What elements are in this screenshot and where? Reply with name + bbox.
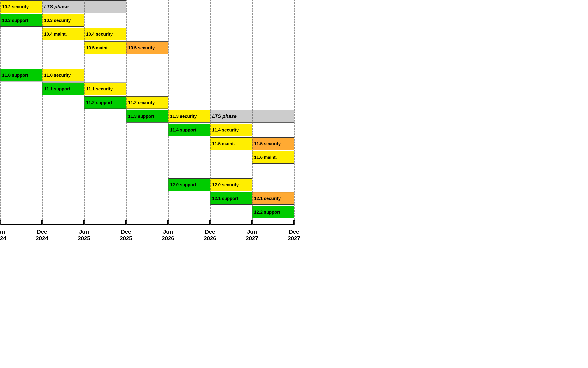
axis-year: 2027	[288, 235, 300, 242]
bar-label: 12.1 security	[254, 196, 281, 201]
bar-11-1-security: 11.1 security	[84, 83, 126, 95]
axis-labels: Jun2024Dec2024Jun2025Dec2025Jun2026Dec20…	[0, 225, 294, 246]
axis-month: Dec	[204, 229, 216, 235]
bar-label: 11.0 security	[44, 73, 71, 78]
bar-label: 11.1 support	[44, 86, 70, 92]
dashed-line	[294, 0, 294, 225]
bar-10-3-support: 10.3 support	[0, 14, 42, 27]
bar-label: 11.0 support	[2, 73, 28, 78]
bar-12-1-security: 12.1 security	[252, 192, 294, 205]
bar-11-0-security: 11.0 security	[42, 69, 84, 82]
axis-month: Jun	[246, 229, 258, 235]
bar-10-4-maint-: 10.4 maint.	[42, 28, 84, 40]
bar-label: 11.2 support	[86, 100, 112, 105]
bar-11-5-security: 11.5 security	[252, 137, 294, 150]
bar-11-5-maint-: 11.5 maint.	[210, 137, 252, 150]
bar-11-0-support: 11.0 support	[0, 69, 42, 82]
axis-year: 2027	[246, 235, 258, 242]
bar-label: 11.3 support	[128, 114, 154, 119]
bar-label: 10.5 security	[128, 45, 155, 50]
bar-10-2-security: 10.2 security	[0, 0, 42, 13]
axis-year: 2024	[0, 235, 6, 242]
bar-12-0-security: 12.0 security	[210, 178, 252, 191]
dashed-line	[252, 0, 253, 225]
axis-label: Dec2025	[120, 229, 132, 242]
dashed-line	[126, 0, 126, 225]
bar-label: 10.2 security	[2, 4, 29, 9]
bar-11-2-support: 11.2 support	[84, 96, 126, 109]
axis-year: 2026	[204, 235, 216, 242]
bar-label: 12.0 support	[170, 182, 196, 187]
axis-label: Jun2026	[162, 229, 174, 242]
dashed-line	[168, 0, 169, 225]
bar-10-5-maint-: 10.5 maint.	[84, 41, 126, 54]
dashed-line	[210, 0, 210, 225]
bar-label: 11.4 support	[170, 128, 196, 133]
bar-label: 10.4 maint.	[44, 32, 67, 37]
bar-label: 11.4 security	[212, 128, 239, 133]
bar-11-4-security: 11.4 security	[210, 124, 252, 136]
axis-year: 2025	[120, 235, 132, 242]
bar-11-3-security: 11.3 security	[168, 110, 210, 123]
bar-label: LTS phase	[44, 4, 69, 9]
axis-month: Jun	[162, 229, 174, 235]
axis-month: Dec	[120, 229, 132, 235]
bar-11-3-support: 11.3 support	[126, 110, 168, 123]
bar-label: 12.1 support	[212, 196, 238, 201]
axis-label: Dec2024	[36, 229, 48, 242]
timeline-area: 10.2 securityLTS phase10.3 support10.3 s…	[0, 0, 294, 225]
axis-label: Jun2024	[0, 229, 6, 242]
bar-10-3-security: 10.3 security	[42, 14, 84, 27]
axis-month: Jun	[78, 229, 90, 235]
bar-label: 12.0 security	[212, 182, 239, 187]
axis-month: Dec	[288, 229, 300, 235]
bar-label: 10.3 support	[2, 18, 28, 23]
chart-container: 10.2 securityLTS phase10.3 support10.3 s…	[0, 0, 294, 246]
bar-label: 11.6 maint.	[254, 155, 277, 160]
axis-year: 2026	[162, 235, 174, 242]
bar-label: 11.3 security	[170, 114, 197, 119]
bar-11-6-maint-: 11.6 maint.	[252, 151, 294, 164]
bar-11-1-support: 11.1 support	[42, 83, 84, 95]
bar-label: LTS phase	[212, 113, 237, 119]
bar-12-0-support: 12.0 support	[168, 178, 210, 191]
bar-label: 12.2 support	[254, 210, 280, 215]
bar-label: 11.5 security	[254, 141, 281, 146]
axis-month: Jun	[0, 229, 6, 235]
bar-label: 11.5 maint.	[212, 141, 235, 146]
bar-label: 11.2 security	[128, 100, 155, 105]
bar-12-1-support: 12.1 support	[210, 192, 252, 205]
axis-year: 2024	[36, 235, 48, 242]
axis-year: 2025	[78, 235, 90, 242]
dashed-line	[84, 0, 85, 225]
dashed-line	[0, 0, 0, 225]
bar-label: 10.3 security	[44, 18, 71, 23]
axis-label: Dec2026	[204, 229, 216, 242]
bar-label: 10.4 security	[86, 32, 113, 37]
dashed-line	[42, 0, 43, 225]
bar-10-5-security: 10.5 security	[126, 41, 168, 54]
bar-11-4-support: 11.4 support	[168, 124, 210, 136]
axis-label: Dec2027	[288, 229, 300, 242]
axis-label: Jun2025	[78, 229, 90, 242]
bar-11-2-security: 11.2 security	[126, 96, 168, 109]
bar-12-2-support: 12.2 support	[252, 206, 294, 218]
bar-10-4-security: 10.4 security	[84, 28, 126, 40]
bar-label: 11.1 security	[86, 86, 113, 92]
bar-label: 10.5 maint.	[86, 45, 109, 50]
axis-label: Jun2027	[246, 229, 258, 242]
axis-month: Dec	[36, 229, 48, 235]
